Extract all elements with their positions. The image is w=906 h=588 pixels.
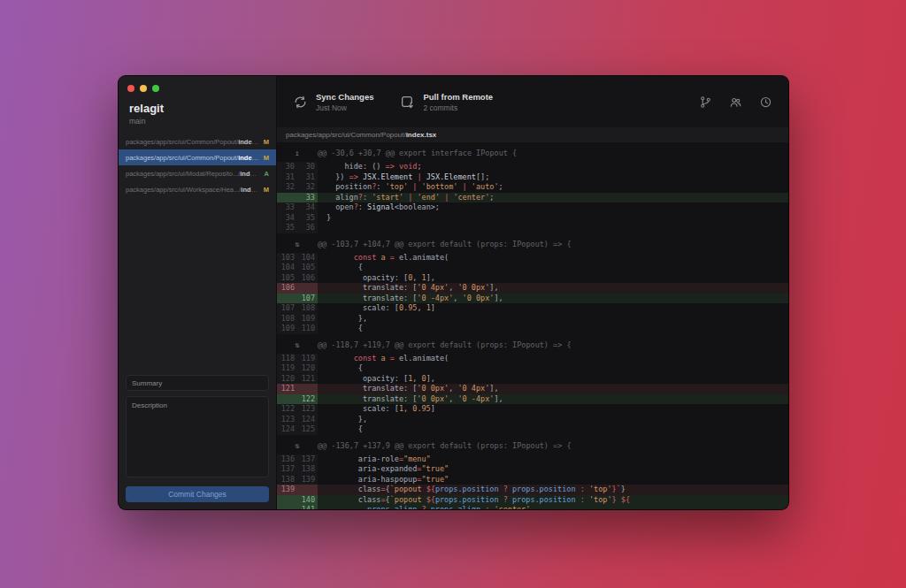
hunk-expand-icon[interactable]: ⇅ bbox=[277, 340, 318, 349]
diff-line: 109110 { bbox=[277, 324, 788, 334]
desktop-background: relagit main packages/app/src/ui/Common/… bbox=[0, 0, 906, 588]
diff-line: 124125 { bbox=[277, 424, 788, 435]
file-status-badge: M bbox=[259, 138, 269, 146]
line-numbers: 122123 bbox=[277, 404, 318, 415]
code-text: align?: 'start' | 'end' | 'center'; bbox=[318, 193, 494, 203]
line-numbers: 139 bbox=[277, 485, 318, 495]
pull-sub: 2 commits bbox=[423, 103, 493, 112]
diff-line: 122 translate: ['0 0px', '0 -4px'], bbox=[277, 394, 788, 405]
hunk-header-text: @@ -103,7 +104,7 @@ export default (prop… bbox=[318, 240, 572, 248]
diff-line: 3334 open?: Signal<boolean>; bbox=[277, 202, 788, 213]
code-text: const a = el.animate( bbox=[318, 253, 449, 263]
code-text: class={`popout ${props.position ? props.… bbox=[318, 485, 626, 495]
code-text: opacity: [0, 1], bbox=[318, 273, 435, 284]
line-numbers: 103104 bbox=[277, 253, 318, 263]
file-path: packages/app/src/ui/Modal/Reposito.../in… bbox=[126, 170, 260, 178]
code-text: translate: ['0 4px', '0 0px'], bbox=[318, 283, 499, 294]
line-numbers: 141 bbox=[277, 505, 318, 509]
diff-line: 122123 scale: [1, 0.95] bbox=[277, 404, 788, 415]
hunk-expand-icon[interactable]: ⇅ bbox=[277, 441, 318, 450]
code-text: hide: () => void; bbox=[318, 162, 422, 172]
main-panel: Sync Changes Just Now Pull from Remote 2… bbox=[277, 76, 788, 509]
file-path: packages/app/src/ui/Workspace/Hea.../ind… bbox=[126, 186, 259, 194]
close-window-button[interactable] bbox=[127, 85, 134, 92]
commit-form: Commit Changes bbox=[119, 368, 276, 509]
line-numbers: 140 bbox=[277, 495, 318, 506]
diff-line: 3030 hide: () => void; bbox=[277, 162, 788, 172]
line-numbers: 123124 bbox=[277, 415, 318, 425]
diff-line: 107108 scale: [0.95, 1] bbox=[277, 303, 788, 314]
diff-line: 119120 { bbox=[277, 363, 788, 374]
line-numbers: 124125 bbox=[277, 424, 318, 435]
people-icon[interactable] bbox=[729, 95, 742, 109]
line-numbers: 3030 bbox=[277, 162, 318, 172]
history-icon[interactable] bbox=[759, 95, 772, 109]
line-numbers: 107108 bbox=[277, 303, 318, 314]
diff-line: 108109 }, bbox=[277, 314, 788, 325]
code-text: aria-haspopup="true" bbox=[318, 475, 449, 485]
line-numbers: 104105 bbox=[277, 263, 318, 273]
code-text: { bbox=[318, 324, 363, 334]
pull-label: Pull from Remote bbox=[423, 92, 493, 102]
branch-name: main bbox=[119, 115, 276, 134]
code-text: props.align ? props.align : 'center' bbox=[318, 505, 530, 509]
diff-line: 107 translate: ['0 -4px', '0 0px'], bbox=[277, 294, 788, 304]
code-text: { bbox=[318, 263, 363, 273]
line-numbers: 3435 bbox=[277, 213, 318, 224]
line-numbers: 121 bbox=[277, 384, 318, 394]
app-window: relagit main packages/app/src/ui/Common/… bbox=[118, 75, 789, 510]
file-row[interactable]: packages/app/src/ui/Workspace/Hea.../ind… bbox=[119, 181, 276, 197]
code-text: { bbox=[318, 363, 363, 374]
code-text: scale: [1, 0.95] bbox=[318, 404, 435, 415]
diff-line: 136137 aria-role="menu" bbox=[277, 454, 788, 465]
file-row[interactable]: packages/app/src/ui/Common/Popout/index.… bbox=[119, 134, 276, 149]
breadcrumb: packages/app/src/ui/Common/Popout/index.… bbox=[277, 127, 788, 142]
sync-changes-button[interactable]: Sync Changes Just Now bbox=[293, 92, 373, 112]
breadcrumb-dir: packages/app/src/ui/Common/Popout/ bbox=[286, 131, 406, 139]
toolbar: Sync Changes Just Now Pull from Remote 2… bbox=[277, 76, 788, 127]
sidebar: relagit main packages/app/src/ui/Common/… bbox=[119, 76, 277, 509]
line-numbers: 122 bbox=[277, 394, 318, 405]
file-list: packages/app/src/ui/Common/Popout/index.… bbox=[119, 134, 276, 197]
hunk-expand-icon[interactable]: ↥ bbox=[277, 149, 318, 157]
code-text: const a = el.animate( bbox=[318, 354, 449, 364]
sync-icon bbox=[293, 95, 308, 110]
line-numbers: 120121 bbox=[277, 374, 318, 385]
code-text: open?: Signal<boolean>; bbox=[318, 202, 440, 213]
hunk-header-text: @@ -118,7 +119,7 @@ export default (prop… bbox=[318, 340, 572, 349]
code-text: aria-expanded="true" bbox=[318, 464, 449, 475]
code-text: opacity: [1, 0], bbox=[318, 374, 435, 385]
code-text: position?: 'top' | 'bottom' | 'auto'; bbox=[318, 182, 503, 193]
branch-icon[interactable] bbox=[699, 95, 712, 109]
description-input[interactable] bbox=[126, 396, 269, 477]
code-text: translate: ['0 -4px', '0 0px'], bbox=[318, 294, 503, 304]
pull-from-remote-button[interactable]: Pull from Remote 2 commits bbox=[400, 92, 493, 112]
hunk-expand-icon[interactable]: ⇅ bbox=[277, 240, 318, 248]
code-text: }) => JSX.Element | JSX.Element[]; bbox=[318, 172, 489, 183]
pull-icon bbox=[400, 95, 415, 110]
minimize-window-button[interactable] bbox=[140, 85, 147, 92]
code-text: } bbox=[318, 213, 331, 224]
line-numbers: 138139 bbox=[277, 475, 318, 485]
code-text: { bbox=[318, 424, 363, 435]
line-numbers: 3536 bbox=[277, 223, 318, 233]
file-path: packages/app/src/ui/Common/Popout/index.… bbox=[126, 138, 259, 146]
commit-changes-button[interactable]: Commit Changes bbox=[126, 486, 269, 502]
diff-line: 121 translate: ['0 0px', '0 4px'], bbox=[277, 384, 788, 394]
line-numbers: 118119 bbox=[277, 354, 318, 364]
hunk-header-text: @@ -30,6 +30,7 @@ export interface IPopo… bbox=[318, 149, 517, 157]
line-numbers: 119120 bbox=[277, 363, 318, 374]
hunk-header: ⇅@@ -136,7 +137,9 @@ export default (pro… bbox=[277, 439, 788, 452]
file-path: packages/app/src/ui/Common/Popout/index.… bbox=[126, 154, 259, 162]
diff-line: 141 props.align ? props.align : 'center' bbox=[277, 505, 788, 509]
window-controls bbox=[119, 76, 276, 92]
file-row[interactable]: packages/app/src/ui/Common/Popout/index.… bbox=[119, 149, 276, 165]
breadcrumb-file: index.tsx bbox=[406, 131, 437, 139]
diff-line: 137138 aria-expanded="true" bbox=[277, 464, 788, 475]
diff-line: 123124 }, bbox=[277, 415, 788, 425]
zoom-window-button[interactable] bbox=[152, 85, 159, 92]
summary-input[interactable] bbox=[126, 375, 269, 391]
diff-line: 106 translate: ['0 4px', '0 0px'], bbox=[277, 283, 788, 294]
file-row[interactable]: packages/app/src/ui/Modal/Reposito.../in… bbox=[119, 165, 276, 181]
code-text: }, bbox=[318, 415, 367, 425]
